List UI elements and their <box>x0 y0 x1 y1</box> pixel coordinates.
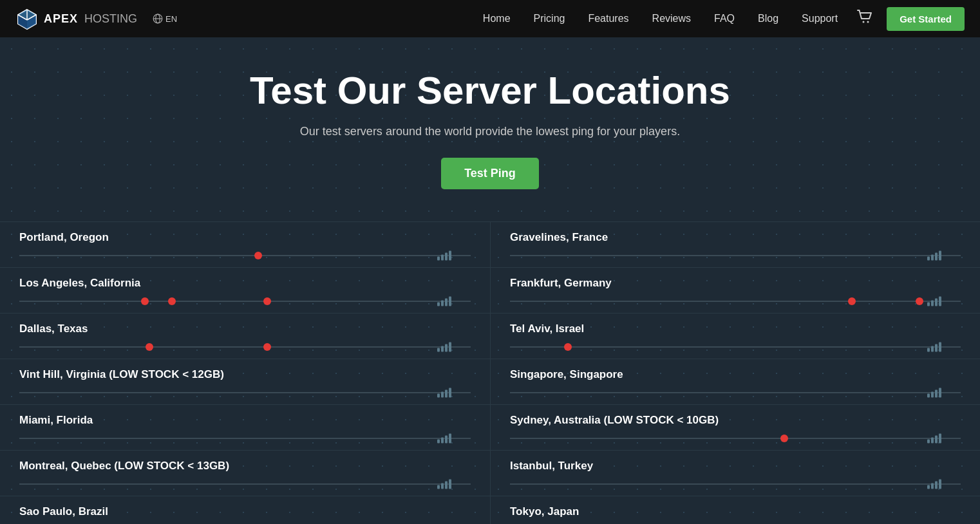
list-item[interactable]: Singapore, Singapore <box>490 359 980 404</box>
location-bar-row <box>19 250 471 261</box>
hero-subtitle: Our test servers around the world provid… <box>0 125 980 138</box>
signal-bar-4 <box>939 342 941 352</box>
signal-icon <box>437 434 451 444</box>
signal-icon <box>437 297 451 306</box>
location-name: Sydney, Australia (LOW STOCK < 10GB) <box>510 414 961 427</box>
signal-bar-3 <box>445 253 448 261</box>
list-item[interactable]: Portland, Oregon <box>0 221 490 267</box>
signal-bar-4 <box>449 297 451 306</box>
signal-bar-4 <box>449 388 451 398</box>
language-selector[interactable]: EN <box>153 14 177 24</box>
ping-dot <box>254 252 262 259</box>
location-bar-row <box>19 388 471 398</box>
location-name: Los Angeles, California <box>19 277 471 290</box>
location-bar-row <box>19 342 471 352</box>
list-item[interactable]: Vint Hill, Virginia (LOW STOCK < 12GB) <box>0 359 490 404</box>
location-name: Tel Aviv, Israel <box>510 323 961 335</box>
list-item[interactable]: Tokyo, Japan <box>490 496 980 524</box>
signal-bar-1 <box>927 303 930 306</box>
location-bar-row <box>19 479 471 489</box>
signal-bar-3 <box>445 344 448 352</box>
list-item[interactable]: Tel Aviv, Israel <box>490 313 980 359</box>
location-name: Tokyo, Japan <box>510 505 961 518</box>
list-item[interactable]: Sydney, Australia (LOW STOCK < 10GB) <box>490 404 980 450</box>
navbar: APEX HOSTING EN Home Pricing Features Re… <box>0 0 980 37</box>
signal-bar-3 <box>935 482 938 489</box>
nav-features[interactable]: Features <box>588 13 628 24</box>
signal-bar-3 <box>445 436 448 444</box>
signal-bar-1 <box>927 257 930 261</box>
cart-icon[interactable] <box>856 8 874 30</box>
location-name: Istanbul, Turkey <box>510 460 961 473</box>
logo-icon <box>15 7 39 30</box>
signal-bar-2 <box>931 438 934 444</box>
list-item[interactable]: Los Angeles, California <box>0 267 490 313</box>
signal-bar-2 <box>441 346 444 352</box>
signal-bar-4 <box>449 251 451 261</box>
signal-bar-4 <box>939 480 941 489</box>
test-ping-button[interactable]: Test Ping <box>441 158 539 189</box>
signal-icon <box>927 342 941 352</box>
location-bar <box>19 483 471 485</box>
signal-bar-2 <box>931 301 934 306</box>
signal-icon <box>927 388 941 398</box>
signal-bar-3 <box>445 482 448 489</box>
signal-bar-2 <box>931 346 934 352</box>
signal-bar-1 <box>437 394 440 398</box>
signal-icon <box>927 297 941 306</box>
language-label: EN <box>165 14 177 24</box>
logo[interactable]: APEX HOSTING <box>15 7 137 30</box>
signal-bar-1 <box>437 440 440 444</box>
list-item[interactable]: Montreal, Quebec (LOW STOCK < 13GB) <box>0 450 490 496</box>
location-name: Vint Hill, Virginia (LOW STOCK < 12GB) <box>19 368 471 381</box>
nav-blog[interactable]: Blog <box>758 13 778 24</box>
ping-dot <box>564 343 572 351</box>
nav-support[interactable]: Support <box>802 13 838 24</box>
location-name: Sao Paulo, Brazil <box>19 505 471 518</box>
signal-icon <box>437 342 451 352</box>
nav-links: Home Pricing Features Reviews FAQ Blog S… <box>483 13 838 24</box>
signal-bar-3 <box>935 253 938 261</box>
list-item[interactable]: Sao Paulo, Brazil <box>0 496 490 524</box>
location-bar <box>510 392 961 393</box>
signal-bar-4 <box>449 434 451 444</box>
nav-faq[interactable]: FAQ <box>714 13 735 24</box>
signal-bar-2 <box>441 301 444 306</box>
get-started-button[interactable]: Get Started <box>887 7 965 31</box>
svg-point-11 <box>867 21 869 23</box>
list-item[interactable]: Gravelines, France <box>490 221 980 267</box>
hero-section: Test Our Server Locations Our test serve… <box>0 37 980 524</box>
list-item[interactable]: Dallas, Texas <box>0 313 490 359</box>
nav-reviews[interactable]: Reviews <box>652 13 691 24</box>
ping-dot <box>916 297 923 305</box>
signal-bar-1 <box>437 485 440 489</box>
svg-point-10 <box>863 21 865 23</box>
location-name: Gravelines, France <box>510 231 961 244</box>
list-item[interactable]: Istanbul, Turkey <box>490 450 980 496</box>
location-bar <box>19 392 471 393</box>
ping-dot <box>263 297 271 305</box>
location-bar-row <box>510 342 961 352</box>
hero-title: Test Our Server Locations <box>0 70 980 112</box>
location-bar <box>510 346 961 348</box>
list-item[interactable]: Miami, Florida <box>0 404 490 450</box>
ping-dot <box>263 343 271 351</box>
nav-pricing[interactable]: Pricing <box>534 13 565 24</box>
nav-home[interactable]: Home <box>483 13 511 24</box>
location-name: Montreal, Quebec (LOW STOCK < 13GB) <box>19 460 471 473</box>
list-item[interactable]: Frankfurt, Germany <box>490 267 980 313</box>
location-bar <box>19 255 471 256</box>
location-bar <box>19 301 471 302</box>
location-bar <box>19 346 471 348</box>
signal-bar-2 <box>441 392 444 398</box>
signal-bar-1 <box>437 348 440 352</box>
location-bar <box>510 301 961 302</box>
location-bar <box>510 483 961 485</box>
ping-dot <box>168 297 176 305</box>
location-name: Frankfurt, Germany <box>510 277 961 290</box>
signal-icon <box>927 480 941 489</box>
signal-bar-1 <box>927 485 930 489</box>
signal-icon <box>437 251 451 261</box>
logo-text: APEX <box>44 12 78 26</box>
signal-bar-1 <box>927 440 930 444</box>
